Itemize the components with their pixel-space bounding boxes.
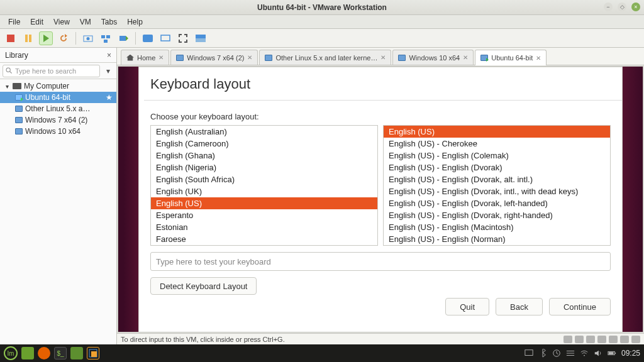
menu-view[interactable]: View	[49, 16, 74, 28]
close-button[interactable]: ×	[631, 3, 640, 11]
taskbar-terminal-icon[interactable]: $_	[54, 347, 67, 359]
list-item[interactable]: Esperanto	[151, 209, 377, 221]
power-off-icon[interactable]	[4, 31, 18, 45]
list-item[interactable]: English (US) - English (Dvorak, intl., w…	[384, 185, 610, 197]
tray-network-icon[interactable]	[566, 349, 575, 358]
minimize-button[interactable]: −	[604, 3, 613, 11]
list-item[interactable]: English (US) - English (Dvorak, left-han…	[384, 197, 610, 209]
detect-keyboard-button[interactable]: Detect Keyboard Layout	[150, 277, 257, 295]
list-item[interactable]: Estonian	[151, 221, 377, 233]
tab[interactable]: Home✕	[121, 50, 169, 65]
revert-icon[interactable]	[116, 31, 130, 45]
menu-tabs[interactable]: Tabs	[97, 16, 121, 28]
vm-item[interactable]: Ubuntu 64-bit★	[0, 92, 116, 103]
list-item[interactable]: English (Nigeria)	[151, 162, 377, 173]
list-item[interactable]: English (South Africa)	[151, 173, 377, 185]
list-item[interactable]: English (US) - English (Colemak)	[384, 150, 610, 162]
status-net-icon[interactable]	[586, 336, 595, 343]
snapshot-icon[interactable]	[81, 31, 95, 45]
list-item[interactable]: English (Cameroon)	[151, 138, 377, 150]
vm-item[interactable]: Windows 10 x64	[0, 126, 116, 137]
vm-icon	[15, 128, 23, 134]
status-cd-icon[interactable]	[575, 336, 584, 343]
status-display-icon[interactable]	[631, 336, 640, 343]
pause-icon[interactable]	[21, 31, 35, 45]
list-item[interactable]: English (US) - English (US, alt. intl.)	[384, 245, 610, 246]
view-single-icon[interactable]	[141, 31, 155, 45]
library-title: Library	[5, 51, 28, 60]
status-printer-icon[interactable]	[620, 336, 629, 343]
tab[interactable]: Other Linux 5.x and later kerne…✕	[259, 50, 391, 65]
play-icon[interactable]	[39, 31, 53, 45]
tray-updates-icon[interactable]	[552, 349, 561, 358]
taskbar-firefox-icon[interactable]	[38, 347, 50, 359]
svg-rect-10	[119, 36, 126, 41]
list-item[interactable]: English (US) - English (Norman)	[384, 233, 610, 245]
tray-battery-icon[interactable]	[608, 349, 616, 358]
list-item[interactable]: English (US) - English (Macintosh)	[384, 221, 610, 233]
list-item[interactable]: Filipino	[151, 245, 377, 246]
list-item[interactable]: English (US) - English (Dvorak, alt. int…	[384, 173, 610, 185]
vm-item[interactable]: Windows 7 x64 (2)	[0, 114, 116, 126]
menu-vm[interactable]: VM	[75, 16, 96, 28]
list-item[interactable]: English (US)	[151, 197, 377, 209]
list-item[interactable]: English (US) - English (Dvorak)	[384, 162, 610, 173]
tab-close-icon[interactable]: ✕	[463, 54, 468, 61]
library-header: Library ×	[0, 48, 116, 63]
menu-file[interactable]: File	[4, 16, 25, 28]
svg-rect-9	[104, 40, 108, 43]
list-item[interactable]: Faroese	[151, 233, 377, 245]
status-sound-icon[interactable]	[609, 336, 618, 343]
vm-item[interactable]: Other Linux 5.x a…	[0, 103, 116, 114]
view-console-icon[interactable]	[158, 31, 172, 45]
tray-wifi-icon[interactable]	[580, 349, 589, 358]
tray-volume-icon[interactable]	[594, 349, 602, 358]
taskbar-filemanager-icon[interactable]	[70, 347, 83, 359]
status-hdd-icon[interactable]	[564, 336, 572, 343]
continue-button[interactable]: Continue	[549, 298, 611, 315]
keyboard-test-input[interactable]: Type here to test your keyboard	[150, 252, 611, 271]
keyboard-variant-list[interactable]: English (US)English (US) - CherokeeEngli…	[383, 125, 611, 246]
tab-close-icon[interactable]: ✕	[536, 55, 541, 62]
keyboard-layout-list[interactable]: English (Australian)English (Cameroon)En…	[150, 125, 378, 246]
tab-close-icon[interactable]: ✕	[158, 54, 164, 61]
tab-close-icon[interactable]: ✕	[380, 54, 386, 61]
tray-display-icon[interactable]	[525, 349, 533, 358]
tree-root[interactable]: ▾ My Computer	[0, 80, 116, 92]
tray-bluetooth-icon[interactable]	[538, 349, 547, 358]
vm-icon	[15, 106, 23, 112]
search-dropdown-icon[interactable]: ▾	[103, 67, 114, 75]
taskbar-vmware-icon[interactable]	[87, 347, 99, 359]
list-item[interactable]: English (US) - English (Dvorak, right-ha…	[384, 209, 610, 221]
vm-icon	[15, 117, 23, 123]
tab[interactable]: Windows 10 x64✕	[392, 50, 474, 65]
list-item[interactable]: English (US)	[384, 126, 610, 138]
quit-button[interactable]: Quit	[445, 298, 489, 315]
maximize-button[interactable]: ◇	[618, 3, 626, 11]
list-item[interactable]: English (Australian)	[151, 126, 377, 138]
list-item[interactable]: English (US) - Cherokee	[384, 138, 610, 150]
fullscreen-icon[interactable]	[176, 31, 190, 45]
tab[interactable]: Ubuntu 64-bit✕	[475, 50, 547, 65]
list-item[interactable]: English (Ghana)	[151, 150, 377, 162]
tray-clock[interactable]: 09:25	[621, 349, 640, 358]
status-usb-icon[interactable]	[597, 336, 606, 343]
svg-rect-8	[106, 35, 110, 38]
taskbar-files-icon[interactable]	[21, 347, 34, 359]
svg-marker-11	[126, 36, 128, 41]
library-search-input[interactable]: Type here to search	[3, 65, 100, 77]
list-item[interactable]: English (UK)	[151, 185, 377, 197]
snapshot-manager-icon[interactable]	[99, 31, 113, 45]
svg-rect-7	[101, 35, 105, 38]
restart-icon[interactable]	[57, 31, 70, 45]
library-close-icon[interactable]: ×	[107, 51, 111, 60]
back-button[interactable]: Back	[496, 298, 543, 315]
start-menu-icon[interactable]: lm	[4, 346, 18, 360]
tab-close-icon[interactable]: ✕	[247, 54, 252, 61]
tab[interactable]: Windows 7 x64 (2)✕	[170, 50, 258, 65]
vm-viewport[interactable]: Keyboard layout Choose your keyboard lay…	[118, 66, 643, 332]
svg-point-19	[584, 355, 585, 356]
unity-icon[interactable]	[194, 31, 208, 45]
menu-help[interactable]: Help	[123, 16, 147, 28]
menu-edit[interactable]: Edit	[26, 16, 48, 28]
